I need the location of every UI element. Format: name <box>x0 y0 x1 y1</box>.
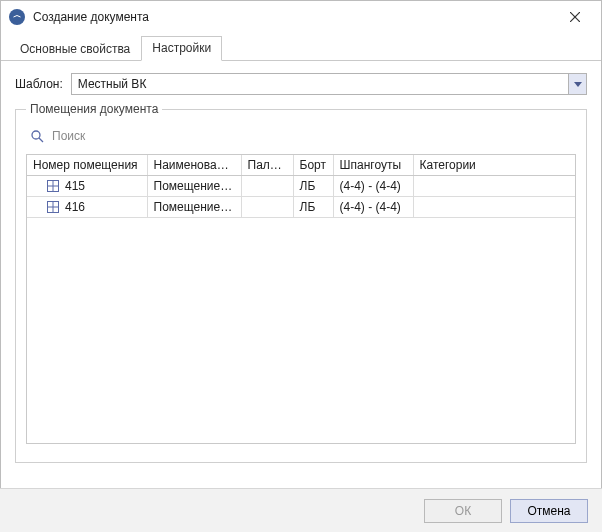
template-combo-button[interactable] <box>568 74 586 94</box>
svg-point-4 <box>32 131 40 139</box>
search-icon <box>30 129 44 143</box>
app-icon <box>9 9 25 25</box>
rooms-grid: Номер помещения Наименование Палуба Борт… <box>26 154 576 444</box>
template-combo-value: Местный ВК <box>72 74 568 94</box>
titlebar: Создание документа <box>1 1 601 33</box>
cell-deck <box>241 176 293 197</box>
room-icon <box>47 180 59 192</box>
search-row <box>26 124 576 154</box>
template-row: Шаблон: Местный ВК <box>15 73 587 95</box>
cell-frames: (4-4) - (4-4) <box>333 197 413 218</box>
tab-strip: Основные свойства Настройки <box>1 33 601 61</box>
tab-settings[interactable]: Настройки <box>141 36 222 61</box>
template-combo[interactable]: Местный ВК <box>71 73 587 95</box>
cell-deck <box>241 197 293 218</box>
table-row[interactable]: 416 Помещение 4... ЛБ (4-4) - (4-4) <box>27 197 575 218</box>
cell-name: Помещение 4... <box>147 176 241 197</box>
close-icon <box>570 12 580 22</box>
col-header-deck[interactable]: Палуба <box>241 155 293 176</box>
tab-main-properties[interactable]: Основные свойства <box>9 37 141 61</box>
cell-room: 415 <box>65 179 85 193</box>
window-title: Создание документа <box>33 10 555 24</box>
dialog-footer: ОК Отмена <box>0 488 602 532</box>
cell-name: Помещение 4... <box>147 197 241 218</box>
svg-marker-3 <box>574 82 582 87</box>
col-header-name[interactable]: Наименование <box>147 155 241 176</box>
cell-side: ЛБ <box>293 176 333 197</box>
cancel-button[interactable]: Отмена <box>510 499 588 523</box>
cell-categories <box>413 176 575 197</box>
room-icon <box>47 201 59 213</box>
col-header-side[interactable]: Борт <box>293 155 333 176</box>
tab-panel-settings: Шаблон: Местный ВК Помещения документа <box>1 61 601 463</box>
ok-button[interactable]: ОК <box>424 499 502 523</box>
rooms-groupbox: Помещения документа Номер помещения Наим… <box>15 109 587 463</box>
search-input[interactable] <box>50 128 572 144</box>
svg-line-5 <box>39 138 43 142</box>
chevron-down-icon <box>574 82 582 87</box>
cell-room: 416 <box>65 200 85 214</box>
col-header-categories[interactable]: Категории <box>413 155 575 176</box>
template-label: Шаблон: <box>15 77 63 91</box>
rooms-group-legend: Помещения документа <box>26 102 162 116</box>
col-header-room[interactable]: Номер помещения <box>27 155 147 176</box>
cell-categories <box>413 197 575 218</box>
cell-side: ЛБ <box>293 197 333 218</box>
col-header-frames[interactable]: Шпангоуты <box>333 155 413 176</box>
table-row[interactable]: 415 Помещение 4... ЛБ (4-4) - (4-4) <box>27 176 575 197</box>
cell-frames: (4-4) - (4-4) <box>333 176 413 197</box>
grid-header-row: Номер помещения Наименование Палуба Борт… <box>27 155 575 176</box>
close-button[interactable] <box>555 3 595 31</box>
